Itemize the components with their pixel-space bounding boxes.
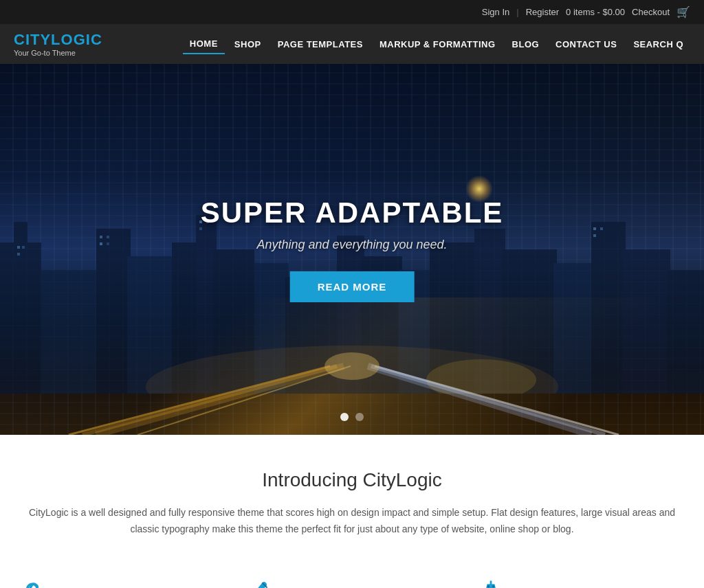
svg-line-35 xyxy=(69,366,330,435)
svg-rect-24 xyxy=(107,236,109,238)
signin-link[interactable]: Sign In xyxy=(482,7,509,17)
nav-shop[interactable]: SHOP xyxy=(228,35,268,54)
svg-point-45 xyxy=(487,585,490,588)
checkout-link[interactable]: Checkout xyxy=(632,7,670,17)
svg-rect-25 xyxy=(100,242,102,245)
nav-search[interactable]: SEARCH Q xyxy=(626,35,690,54)
feature-header-2: Solid Design xyxy=(246,579,458,588)
top-bar: Sign In | Register 0 items - $0.00 Check… xyxy=(0,0,704,24)
register-link[interactable]: Register xyxy=(526,7,559,17)
pencil-icon xyxy=(246,579,271,588)
wrench-icon xyxy=(14,579,38,588)
hero-content: SUPER ADAPTABLE Anything and everything … xyxy=(201,196,504,302)
intro-title: Introducing CityLogic xyxy=(14,469,690,491)
nav-markup[interactable]: MARKUP & FORMATTING xyxy=(373,35,503,54)
site-logo[interactable]: CITYLOGIC xyxy=(14,31,102,49)
intro-body: CityLogic is a well designed and fully r… xyxy=(22,505,682,538)
cart-text: 0 items - $0.00 xyxy=(566,7,625,17)
feature-simple-setup: Simple Setup Whether this is your first … xyxy=(14,579,226,588)
hero-title: SUPER ADAPTABLE xyxy=(201,196,504,229)
hero-section: SUPER ADAPTABLE Anything and everything … xyxy=(0,64,704,435)
nav-contact[interactable]: CONTACT US xyxy=(549,35,624,54)
nav-page-templates[interactable]: PAGE TEMPLATES xyxy=(271,35,370,54)
feature-header-3: Ready to go xyxy=(478,579,690,588)
plug-icon xyxy=(478,579,503,588)
svg-line-37 xyxy=(96,366,344,435)
svg-rect-23 xyxy=(100,236,102,238)
cart-icon: 🛒 xyxy=(676,5,690,19)
slider-dot-2[interactable] xyxy=(355,413,364,421)
svg-point-46 xyxy=(492,585,495,588)
main-navigation: HOME SHOP PAGE TEMPLATES MARKUP & FORMAT… xyxy=(183,34,690,54)
svg-rect-21 xyxy=(22,246,25,249)
svg-rect-1 xyxy=(14,222,28,256)
svg-line-38 xyxy=(138,366,351,435)
cart-info: 0 items - $0.00 xyxy=(566,7,625,17)
feature-ready-to-go: Ready to go Integrated with a number of … xyxy=(478,579,690,588)
nav-home[interactable]: HOME xyxy=(183,34,225,54)
divider-1: | xyxy=(516,7,518,17)
svg-rect-32 xyxy=(593,234,596,237)
feature-header-1: Simple Setup xyxy=(14,579,226,588)
slider-dot-1[interactable] xyxy=(340,413,349,421)
site-header: CITYLOGIC Your Go-to Theme HOME SHOP PAG… xyxy=(0,24,704,64)
svg-rect-30 xyxy=(593,227,596,230)
features-section: Simple Setup Whether this is your first … xyxy=(0,558,704,588)
svg-rect-31 xyxy=(600,227,603,230)
svg-rect-26 xyxy=(107,242,109,245)
feature-solid-design: Solid Design The theme's modest but good… xyxy=(246,579,458,588)
site-tagline: Your Go-to Theme xyxy=(14,49,102,57)
nav-blog[interactable]: BLOG xyxy=(505,35,547,54)
intro-section: Introducing CityLogic CityLogic is a wel… xyxy=(0,435,704,558)
svg-point-42 xyxy=(324,352,380,380)
read-more-button[interactable]: READ MORE xyxy=(290,271,415,302)
logo-area: CITYLOGIC Your Go-to Theme xyxy=(14,31,102,57)
svg-rect-20 xyxy=(17,246,20,249)
hero-subtitle: Anything and everything you need. xyxy=(201,238,504,252)
svg-rect-22 xyxy=(17,253,20,256)
slider-dots xyxy=(340,413,364,421)
svg-line-41 xyxy=(368,366,591,435)
